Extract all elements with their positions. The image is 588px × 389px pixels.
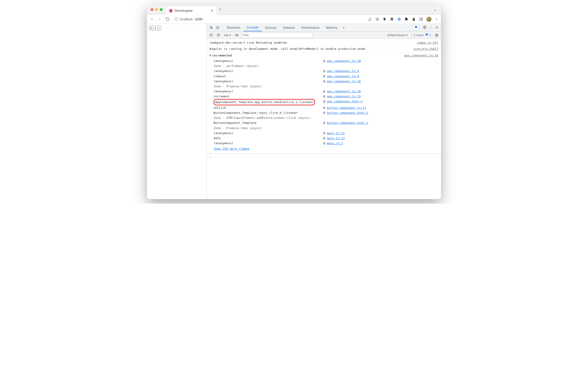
trace-header[interactable]: ▼ incremented app.component.ts:18 (207, 53, 441, 59)
svg-point-16 (436, 19, 437, 19)
console-log-row: [webpack-dev-server] Live Reloading enab… (207, 40, 441, 46)
tabs-more-button[interactable]: » (341, 26, 346, 30)
svg-rect-13 (420, 18, 423, 20)
tab-console[interactable]: Console (243, 24, 261, 31)
svg-point-17 (436, 20, 437, 21)
toggle-sidebar-button[interactable] (208, 32, 214, 38)
live-expression-button[interactable] (234, 32, 240, 38)
tab-network[interactable]: Network (280, 24, 298, 31)
log-source-link[interactable]: index.js:551 (417, 40, 438, 45)
url-field[interactable]: i localhost:4200 (173, 16, 365, 23)
traffic-lights (151, 8, 163, 11)
frame-source-link[interactable]: main.ts:13 (327, 136, 345, 140)
stack-frame: Zone - HTMLInputElement.addEventListener… (207, 115, 441, 121)
frame-location: @ app.component.ts:16 (323, 79, 361, 84)
frame-source-link[interactable]: app.component.ts:4 (327, 74, 359, 78)
trace-source-link[interactable]: app.component.ts:18 (404, 53, 438, 58)
close-tab-button[interactable]: ✕ (210, 9, 214, 13)
chevron-down-icon: ▾ (406, 33, 408, 37)
log-source-link[interactable]: core.mjs:25627 (413, 46, 438, 51)
svg-point-6 (385, 19, 385, 19)
stack-frame: 4431@ main.ts:13 (207, 136, 441, 141)
skull-icon[interactable] (383, 17, 387, 21)
toolbar-icons (368, 17, 439, 22)
frame-location: @ button.component.ts:17 (323, 105, 366, 110)
filter-input[interactable] (241, 33, 312, 38)
close-window-button[interactable] (151, 8, 153, 11)
console-settings-button[interactable] (434, 32, 440, 38)
minimize-window-button[interactable] (155, 8, 158, 11)
back-button[interactable] (149, 16, 155, 22)
frame-source-link[interactable]: main.ts:15 (327, 131, 345, 135)
inspect-element-button[interactable] (208, 25, 214, 31)
stack-frame: ButtonComponent_Template@ button.compone… (207, 121, 441, 126)
content-area: + 1 - Elements Console Sources Network P… (147, 24, 441, 199)
settings-button[interactable] (422, 25, 428, 30)
kebab-menu-icon[interactable] (435, 17, 439, 21)
trace-label: incremented (212, 53, 404, 58)
tabs-overflow-button[interactable]: ⌄ (432, 6, 437, 13)
tab-sources[interactable]: Sources (262, 24, 280, 31)
frame-function: onClick (214, 105, 323, 110)
stack-frame: (anonymous)@ app.component.ts:16 (207, 79, 441, 84)
clear-console-button[interactable] (215, 32, 221, 38)
console-prompt[interactable]: › (207, 153, 441, 161)
svg-point-5 (384, 19, 384, 19)
new-tab-button[interactable]: + (219, 7, 221, 12)
console-toolbar: top ▾ Default levels ▾ 1 Issue: 1 (207, 32, 441, 39)
site-info-icon[interactable]: i (174, 17, 178, 21)
context-selector[interactable]: top ▾ (223, 33, 232, 37)
frame-source-link[interactable]: app.component.ts:4 (327, 69, 359, 73)
show-more-link[interactable]: Show 234 more frames (214, 147, 249, 150)
frame-location: @ app.component.ts:15 (323, 94, 361, 99)
browser-tab[interactable]: DemoAngular ✕ (166, 7, 217, 15)
frame-source-link[interactable]: main.js:2 (327, 141, 343, 145)
log-levels-selector[interactable]: Default levels ▾ (386, 33, 409, 37)
maximize-window-button[interactable] (160, 8, 163, 11)
frame-source-link[interactable]: app.component.ts:16 (327, 80, 361, 83)
frame-location: @ button.component.html:1 (323, 110, 368, 115)
frame-location: @ main.js:2 (323, 141, 343, 146)
frame-function: Zone - setTimeout (async) (214, 64, 323, 68)
frame-location: @ app.component.ts:18 (323, 59, 361, 64)
frame-function: increment (214, 94, 323, 99)
extensions-icon[interactable] (404, 17, 409, 21)
tab-elements[interactable]: Elements (224, 24, 243, 31)
bookmark-star-icon[interactable] (375, 17, 379, 21)
issues-count: 1 (419, 26, 420, 29)
caret-down-icon: ▼ (209, 53, 211, 58)
devtools: Elements Console Sources Network Perform… (206, 24, 441, 199)
frame-source-link[interactable]: button.component.ts:17 (327, 106, 366, 109)
forward-button[interactable] (157, 16, 163, 22)
svg-point-26 (436, 35, 437, 36)
tab-memory[interactable]: Memory (323, 24, 341, 31)
issues-pill[interactable]: 1 (413, 25, 422, 30)
frame-source-link[interactable]: app.component.html:2 (327, 100, 363, 103)
frame-location: @ main.ts:13 (323, 136, 345, 141)
devtools-close-button[interactable]: ✕ (434, 25, 440, 30)
frame-source-link[interactable]: app.component.ts:16 (327, 90, 361, 93)
panel-icon[interactable] (419, 17, 423, 21)
frame-function: (anonymous) (214, 141, 323, 146)
eye-target-icon[interactable] (397, 17, 401, 21)
incognito-icon[interactable] (390, 17, 394, 21)
share-icon[interactable] (368, 17, 372, 21)
decrement-button[interactable]: - (157, 26, 162, 31)
flask-icon[interactable] (412, 17, 416, 21)
frame-source-link[interactable]: app.component.ts:18 (327, 59, 361, 63)
increment-button[interactable]: + (149, 26, 153, 31)
issues-link[interactable]: 1 Issue: 1 (411, 33, 432, 37)
frame-source-link[interactable]: button.component.html:1 (327, 121, 368, 125)
devtools-kebab-button[interactable]: ⋮ (428, 25, 434, 30)
url-bar: i localhost:4200 (147, 15, 441, 24)
frame-source-link[interactable]: button.component.html:1 (327, 111, 368, 115)
stack-frame: (anonymous)@ main.ts:15 (207, 131, 441, 136)
frame-function: (anonymous) (214, 131, 323, 136)
profile-avatar[interactable] (426, 17, 431, 22)
device-toggle-button[interactable] (214, 25, 221, 31)
tab-performance[interactable]: Performance (298, 24, 323, 31)
svg-point-4 (383, 18, 386, 20)
frame-function: (anonymous) (214, 89, 323, 94)
frame-source-link[interactable]: app.component.ts:15 (327, 95, 361, 98)
reload-button[interactable] (165, 16, 170, 22)
